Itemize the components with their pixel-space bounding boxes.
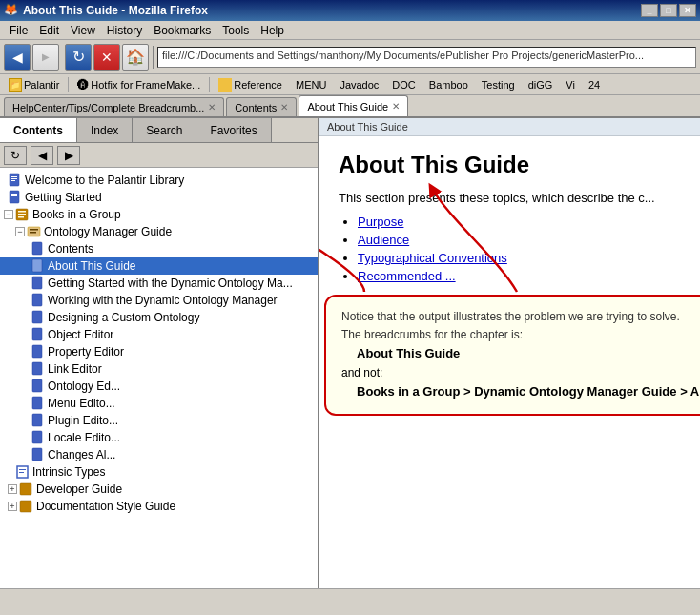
svg-rect-8 [18,211,26,213]
help-nav-panel: Contents Index Search Favorites ↻ ◀ ▶ [0,118,319,588]
tab-about-close[interactable]: ✕ [392,101,400,112]
tree-intrinsic[interactable]: Intrinsic Types [0,463,318,481]
bookmark-hotfix[interactable]: 🅐 Hotfix for FrameMake... [72,76,205,93]
bookmark-testing-label: Testing [482,79,515,91]
svg-rect-26 [32,448,42,461]
tree-books-group[interactable]: − Books in a Group [0,206,318,223]
bookmark-vi[interactable]: Vi [561,77,580,92]
tab-favorites[interactable]: Favorites [196,118,271,142]
tree-contents[interactable]: Contents [0,240,318,257]
svg-rect-31 [20,501,31,512]
address-bar[interactable]: file:///C:/Documents and Settings/mantho… [157,47,696,68]
locale-editor-page-icon [31,430,46,445]
bookmark-testing[interactable]: Testing [477,77,520,92]
svg-rect-15 [32,259,42,272]
minimize-button[interactable]: _ [641,4,658,17]
tree-menu-editor[interactable]: Menu Edito... [0,395,318,412]
bookmark-doc-label: DOC [392,79,415,91]
menu-edit[interactable]: Edit [33,22,65,39]
nav-bar: ◀ ▶ ↻ ✕ 🏠 file:///C:/Documents and Setti… [0,40,700,74]
help-nav-toolbar: ↻ ◀ ▶ [0,143,318,168]
status-bar [0,588,700,607]
tree-welcome[interactable]: Welcome to the Palantir Library [0,172,318,189]
content-title: About This Guide [339,152,681,178]
recommended-link[interactable]: Recommended ... [358,269,456,283]
back-button[interactable]: ◀ [4,44,31,71]
bookmark-24[interactable]: 24 [584,77,605,92]
annotation-breadcrumb-full: Books in a Group > Dynamic Ontology Mana… [357,384,700,399]
svg-rect-22 [32,379,42,392]
working-page-icon [31,293,46,308]
menu-help[interactable]: Help [255,22,290,39]
svg-rect-30 [20,483,31,495]
tab-helpcenter[interactable]: HelpCenter/Tips/Complete Breadcrumb... ✕ [4,97,224,116]
tree-getting-started[interactable]: Getting Started [0,189,318,206]
audience-link[interactable]: Audience [358,233,409,247]
tree-ontology-ed[interactable]: Ontology Ed... [0,378,318,395]
home-button[interactable]: 🏠 [122,44,149,71]
tree-changes[interactable]: Changes Al... [0,446,318,463]
getting-started-page-icon [8,190,23,205]
tree-ontology-guide[interactable]: − Ontology Manager Guide [0,223,318,240]
svg-rect-10 [18,216,24,218]
doc-style-expand-icon[interactable]: + [8,502,17,511]
tab-index[interactable]: Index [77,118,133,142]
svg-rect-1 [11,176,17,177]
tree-designing[interactable]: Designing a Custom Ontology [0,309,318,326]
menu-file[interactable]: File [4,22,33,39]
maximize-button[interactable]: □ [660,4,677,17]
tree-about[interactable]: About This Guide [0,257,318,275]
main-container: Contents Index Search Favorites ↻ ◀ ▶ [0,118,700,588]
tree-developer[interactable]: + Developer Guide [0,481,318,498]
menu-tools[interactable]: Tools [216,22,255,39]
tab-about[interactable]: About This Guide ✕ [299,95,408,116]
tree-locale-editor[interactable]: Locale Edito... [0,429,318,446]
developer-book-icon [19,482,34,497]
menu-view[interactable]: View [65,22,101,39]
object-editor-page-icon [31,327,46,342]
tree-area: Welcome to the Palantir Library Getting … [0,168,318,588]
svg-rect-28 [19,469,26,470]
bookmark-bamboo-label: Bamboo [429,79,468,91]
nav-separator [153,46,154,69]
tree-property-editor[interactable]: Property Editor [0,343,318,360]
close-button[interactable]: ✕ [679,4,696,17]
developer-expand-icon[interactable]: + [8,484,17,494]
bookmark-digg[interactable]: diGG [524,77,558,92]
svg-rect-24 [32,414,42,426]
tab-helpcenter-close[interactable]: ✕ [208,102,216,113]
forward-button[interactable]: ▶ [32,44,59,71]
nav-forward-button[interactable]: ▶ [57,146,80,165]
svg-rect-13 [30,232,36,234]
bookmark-doc[interactable]: DOC [387,77,420,92]
bookmark-bamboo[interactable]: Bamboo [424,77,473,92]
tree-object-editor[interactable]: Object Editor [0,326,318,343]
menu-history[interactable]: History [101,22,148,39]
tree-plugin-editor[interactable]: Plugin Edito... [0,412,318,429]
tab-contents[interactable]: Contents ✕ [226,97,297,116]
title-bar: 🦊 About This Guide - Mozilla Firefox _ □… [0,0,700,21]
menu-bookmarks[interactable]: Bookmarks [148,22,216,39]
reload-button[interactable]: ↻ [65,44,92,71]
stop-button[interactable]: ✕ [93,44,120,71]
tab-contents-close[interactable]: ✕ [280,102,288,113]
bookmark-javadoc[interactable]: Javadoc [335,77,383,92]
tab-contents[interactable]: Contents [0,118,77,142]
svg-rect-29 [19,472,24,473]
nav-back-button[interactable]: ◀ [31,146,53,165]
tree-doc-style[interactable]: + Documentation Style Guide [0,498,318,515]
purpose-link[interactable]: Purpose [358,215,403,229]
books-expand-icon[interactable]: − [4,210,13,219]
intrinsic-page-icon [15,464,31,480]
tree-working[interactable]: Working with the Dynamic Ontology Manage… [0,292,318,309]
svg-rect-20 [32,345,42,358]
tree-link-editor[interactable]: Link Editor [0,360,318,378]
ontology-expand-icon[interactable]: − [15,227,25,236]
nav-refresh-button[interactable]: ↻ [4,146,27,165]
tab-search[interactable]: Search [133,118,196,142]
bookmark-menu[interactable]: MENU [291,77,331,92]
tree-getting-started-dynamic[interactable]: Getting Started with the Dynamic Ontolog… [0,275,318,292]
bookmark-reference[interactable]: Reference [214,76,287,93]
typographical-link[interactable]: Typographical Conventions [358,251,507,265]
bookmark-palantir[interactable]: 📁 Palantir [4,76,64,93]
